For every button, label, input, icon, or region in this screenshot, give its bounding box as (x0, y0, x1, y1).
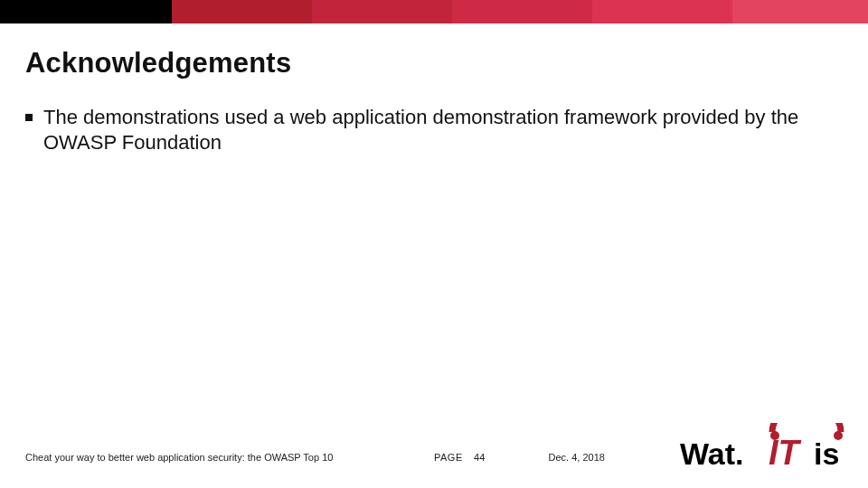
footer-page-number: 44 (474, 452, 485, 463)
stripe-segment-4 (592, 0, 732, 23)
logo-text-suffix: is (814, 436, 839, 471)
logo-text-prefix: Wat. (680, 436, 744, 471)
slide-body: The demonstrations used a web applicatio… (25, 105, 843, 155)
stripe-segment-2 (312, 0, 452, 23)
brand-logo: Wat. IT is (678, 423, 859, 475)
stripe-segment-5 (732, 0, 868, 23)
bullet-item: The demonstrations used a web applicatio… (25, 105, 843, 155)
footer-date: Dec. 4, 2018 (549, 452, 664, 463)
stripe-segment-1 (172, 0, 312, 23)
logo-text-red: IT (769, 434, 802, 472)
stripe-segment-black (0, 0, 172, 23)
bullet-text: The demonstrations used a web applicatio… (43, 105, 843, 155)
slide-title: Acknowledgements (25, 47, 291, 80)
header-stripe (0, 0, 868, 23)
stripe-segment-3 (452, 0, 592, 23)
bullet-marker-icon (25, 114, 33, 121)
footer-title: Cheat your way to better web application… (25, 452, 434, 463)
footer-page: PAGE 44 (434, 452, 549, 463)
logo-arc-icon (772, 423, 841, 432)
footer-page-label: PAGE (434, 452, 463, 463)
